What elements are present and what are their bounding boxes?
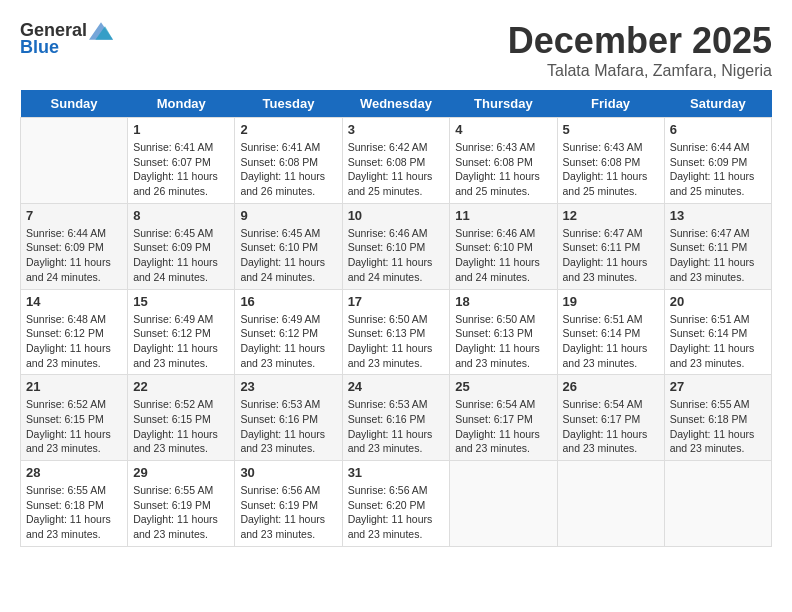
day-cell: 7Sunrise: 6:44 AMSunset: 6:09 PMDaylight… <box>21 203 128 289</box>
day-header-monday: Monday <box>128 90 235 118</box>
day-info: Sunrise: 6:55 AMSunset: 6:18 PMDaylight:… <box>26 483 122 542</box>
day-number: 30 <box>240 465 336 480</box>
day-cell: 14Sunrise: 6:48 AMSunset: 6:12 PMDayligh… <box>21 289 128 375</box>
day-cell: 5Sunrise: 6:43 AMSunset: 6:08 PMDaylight… <box>557 118 664 204</box>
day-number: 16 <box>240 294 336 309</box>
day-info: Sunrise: 6:41 AMSunset: 6:07 PMDaylight:… <box>133 140 229 199</box>
day-info: Sunrise: 6:54 AMSunset: 6:17 PMDaylight:… <box>563 397 659 456</box>
day-number: 26 <box>563 379 659 394</box>
day-cell: 9Sunrise: 6:45 AMSunset: 6:10 PMDaylight… <box>235 203 342 289</box>
day-number: 3 <box>348 122 445 137</box>
logo-icon <box>89 21 113 41</box>
day-info: Sunrise: 6:45 AMSunset: 6:09 PMDaylight:… <box>133 226 229 285</box>
day-cell: 3Sunrise: 6:42 AMSunset: 6:08 PMDaylight… <box>342 118 450 204</box>
day-cell: 30Sunrise: 6:56 AMSunset: 6:19 PMDayligh… <box>235 461 342 547</box>
day-number: 11 <box>455 208 551 223</box>
day-info: Sunrise: 6:52 AMSunset: 6:15 PMDaylight:… <box>26 397 122 456</box>
day-cell: 11Sunrise: 6:46 AMSunset: 6:10 PMDayligh… <box>450 203 557 289</box>
day-cell: 8Sunrise: 6:45 AMSunset: 6:09 PMDaylight… <box>128 203 235 289</box>
day-number: 9 <box>240 208 336 223</box>
title-section: December 2025 Talata Mafara, Zamfara, Ni… <box>508 20 772 80</box>
day-info: Sunrise: 6:56 AMSunset: 6:20 PMDaylight:… <box>348 483 445 542</box>
day-info: Sunrise: 6:43 AMSunset: 6:08 PMDaylight:… <box>455 140 551 199</box>
day-cell: 26Sunrise: 6:54 AMSunset: 6:17 PMDayligh… <box>557 375 664 461</box>
day-info: Sunrise: 6:52 AMSunset: 6:15 PMDaylight:… <box>133 397 229 456</box>
day-cell: 23Sunrise: 6:53 AMSunset: 6:16 PMDayligh… <box>235 375 342 461</box>
day-number: 21 <box>26 379 122 394</box>
day-number: 4 <box>455 122 551 137</box>
day-info: Sunrise: 6:51 AMSunset: 6:14 PMDaylight:… <box>563 312 659 371</box>
day-cell <box>557 461 664 547</box>
day-info: Sunrise: 6:46 AMSunset: 6:10 PMDaylight:… <box>455 226 551 285</box>
day-info: Sunrise: 6:44 AMSunset: 6:09 PMDaylight:… <box>670 140 766 199</box>
day-number: 31 <box>348 465 445 480</box>
day-cell <box>664 461 771 547</box>
day-cell: 31Sunrise: 6:56 AMSunset: 6:20 PMDayligh… <box>342 461 450 547</box>
logo-blue: Blue <box>20 37 59 58</box>
day-cell: 13Sunrise: 6:47 AMSunset: 6:11 PMDayligh… <box>664 203 771 289</box>
day-info: Sunrise: 6:44 AMSunset: 6:09 PMDaylight:… <box>26 226 122 285</box>
month-title: December 2025 <box>508 20 772 62</box>
day-cell: 19Sunrise: 6:51 AMSunset: 6:14 PMDayligh… <box>557 289 664 375</box>
day-info: Sunrise: 6:41 AMSunset: 6:08 PMDaylight:… <box>240 140 336 199</box>
day-number: 2 <box>240 122 336 137</box>
day-cell: 21Sunrise: 6:52 AMSunset: 6:15 PMDayligh… <box>21 375 128 461</box>
page-header: General Blue December 2025 Talata Mafara… <box>20 20 772 80</box>
day-header-sunday: Sunday <box>21 90 128 118</box>
day-cell: 2Sunrise: 6:41 AMSunset: 6:08 PMDaylight… <box>235 118 342 204</box>
day-number: 25 <box>455 379 551 394</box>
day-info: Sunrise: 6:45 AMSunset: 6:10 PMDaylight:… <box>240 226 336 285</box>
day-number: 23 <box>240 379 336 394</box>
week-row-2: 7Sunrise: 6:44 AMSunset: 6:09 PMDaylight… <box>21 203 772 289</box>
day-info: Sunrise: 6:49 AMSunset: 6:12 PMDaylight:… <box>240 312 336 371</box>
day-cell: 29Sunrise: 6:55 AMSunset: 6:19 PMDayligh… <box>128 461 235 547</box>
day-cell <box>450 461 557 547</box>
day-number: 20 <box>670 294 766 309</box>
day-number: 1 <box>133 122 229 137</box>
day-info: Sunrise: 6:47 AMSunset: 6:11 PMDaylight:… <box>563 226 659 285</box>
day-number: 22 <box>133 379 229 394</box>
logo: General Blue <box>20 20 113 58</box>
day-info: Sunrise: 6:54 AMSunset: 6:17 PMDaylight:… <box>455 397 551 456</box>
day-number: 17 <box>348 294 445 309</box>
day-header-thursday: Thursday <box>450 90 557 118</box>
day-cell: 4Sunrise: 6:43 AMSunset: 6:08 PMDaylight… <box>450 118 557 204</box>
day-header-friday: Friday <box>557 90 664 118</box>
week-row-3: 14Sunrise: 6:48 AMSunset: 6:12 PMDayligh… <box>21 289 772 375</box>
week-row-5: 28Sunrise: 6:55 AMSunset: 6:18 PMDayligh… <box>21 461 772 547</box>
day-number: 12 <box>563 208 659 223</box>
day-cell: 10Sunrise: 6:46 AMSunset: 6:10 PMDayligh… <box>342 203 450 289</box>
day-cell: 18Sunrise: 6:50 AMSunset: 6:13 PMDayligh… <box>450 289 557 375</box>
day-info: Sunrise: 6:55 AMSunset: 6:19 PMDaylight:… <box>133 483 229 542</box>
day-cell: 6Sunrise: 6:44 AMSunset: 6:09 PMDaylight… <box>664 118 771 204</box>
day-info: Sunrise: 6:43 AMSunset: 6:08 PMDaylight:… <box>563 140 659 199</box>
day-info: Sunrise: 6:55 AMSunset: 6:18 PMDaylight:… <box>670 397 766 456</box>
day-info: Sunrise: 6:48 AMSunset: 6:12 PMDaylight:… <box>26 312 122 371</box>
day-info: Sunrise: 6:47 AMSunset: 6:11 PMDaylight:… <box>670 226 766 285</box>
day-number: 7 <box>26 208 122 223</box>
day-cell: 24Sunrise: 6:53 AMSunset: 6:16 PMDayligh… <box>342 375 450 461</box>
day-info: Sunrise: 6:53 AMSunset: 6:16 PMDaylight:… <box>240 397 336 456</box>
day-info: Sunrise: 6:53 AMSunset: 6:16 PMDaylight:… <box>348 397 445 456</box>
day-number: 13 <box>670 208 766 223</box>
day-header-tuesday: Tuesday <box>235 90 342 118</box>
day-number: 15 <box>133 294 229 309</box>
day-cell: 22Sunrise: 6:52 AMSunset: 6:15 PMDayligh… <box>128 375 235 461</box>
day-number: 27 <box>670 379 766 394</box>
day-number: 29 <box>133 465 229 480</box>
day-number: 14 <box>26 294 122 309</box>
day-info: Sunrise: 6:49 AMSunset: 6:12 PMDaylight:… <box>133 312 229 371</box>
day-header-saturday: Saturday <box>664 90 771 118</box>
day-info: Sunrise: 6:56 AMSunset: 6:19 PMDaylight:… <box>240 483 336 542</box>
day-number: 5 <box>563 122 659 137</box>
day-cell: 12Sunrise: 6:47 AMSunset: 6:11 PMDayligh… <box>557 203 664 289</box>
week-row-4: 21Sunrise: 6:52 AMSunset: 6:15 PMDayligh… <box>21 375 772 461</box>
day-header-wednesday: Wednesday <box>342 90 450 118</box>
day-info: Sunrise: 6:50 AMSunset: 6:13 PMDaylight:… <box>348 312 445 371</box>
day-number: 8 <box>133 208 229 223</box>
header-row: SundayMondayTuesdayWednesdayThursdayFrid… <box>21 90 772 118</box>
day-number: 6 <box>670 122 766 137</box>
week-row-1: 1Sunrise: 6:41 AMSunset: 6:07 PMDaylight… <box>21 118 772 204</box>
day-cell: 1Sunrise: 6:41 AMSunset: 6:07 PMDaylight… <box>128 118 235 204</box>
location-title: Talata Mafara, Zamfara, Nigeria <box>508 62 772 80</box>
